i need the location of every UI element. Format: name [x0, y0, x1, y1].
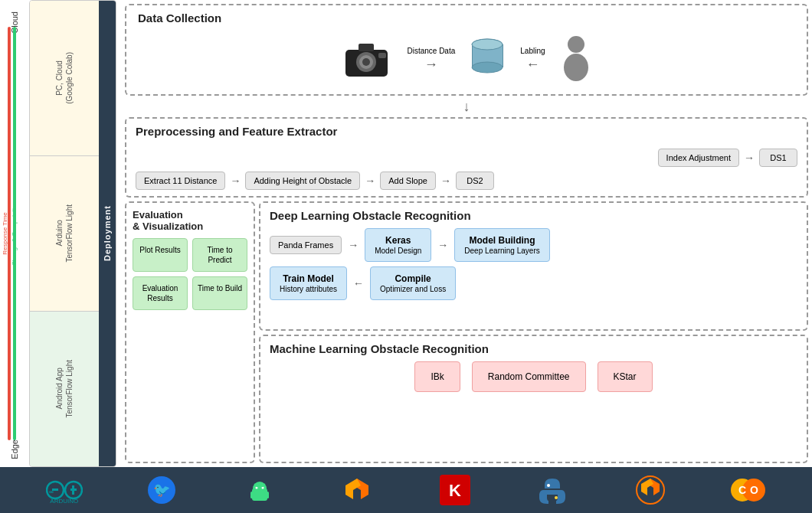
kstar-item: KStar — [598, 361, 653, 392]
svg-text:∞: ∞ — [49, 488, 54, 495]
preprocessing-section: Preprocessing and Feature Extractor Inde… — [125, 117, 808, 198]
svg-rect-10 — [503, 44, 503, 67]
arduino-label: ArduinoTensorFlow Light — [54, 204, 74, 263]
svg-marker-31 — [345, 479, 361, 499]
dl-row-1: Panda Frames → Keras Model Design → Mode… — [270, 228, 797, 262]
down-arrow-1: ↓ — [125, 100, 808, 113]
distance-data-arrow: Distance Data → — [407, 47, 455, 73]
svg-point-13 — [564, 54, 588, 81]
train-model-box: Train Model History attributes — [270, 266, 347, 300]
tensorflow-icon — [338, 475, 376, 505]
svg-rect-5 — [378, 53, 386, 58]
svg-point-12 — [568, 36, 584, 53]
colab-icon: C O — [729, 475, 767, 505]
bottom-toolbar: ∞ ARDUINO 🐦 K — [0, 467, 812, 513]
ml-content: IBk Random Committee KStar — [270, 361, 797, 392]
python-icon — [533, 475, 571, 505]
data-collection-title: Data Collection — [138, 11, 795, 25]
svg-point-34 — [547, 484, 550, 487]
arduino-icon: ∞ ARDUINO — [45, 475, 83, 505]
time-to-predict-item: Time to Predict — [192, 238, 247, 272]
svg-point-35 — [555, 496, 558, 499]
svg-text:C: C — [738, 484, 746, 496]
svg-text:O: O — [750, 484, 758, 496]
svg-rect-25 — [267, 492, 269, 498]
android-label: Android AppTensorFlow Light — [54, 360, 74, 418]
svg-rect-9 — [472, 44, 473, 67]
svg-point-8 — [472, 62, 503, 73]
index-adjustment-box: Index Adjustment — [658, 149, 739, 167]
wren-icon: 🐦 — [142, 475, 181, 505]
deep-learning-section: Deep Learning Obstacle Recognition Panda… — [259, 201, 808, 331]
dl-row-2: Train Model History attributes ← Compile… — [270, 266, 797, 300]
keras-box: Keras Model Design — [365, 228, 431, 262]
main-content: Data Collection Distance Data — [121, 0, 812, 467]
eval-grid: Plot Results Time to Predict Evaluation … — [133, 238, 247, 310]
extract-distance-box: Extract 11 Distance — [136, 172, 225, 190]
dc-content: Distance Data → Labling — [138, 31, 795, 88]
preprocessing-title: Preprocessing and Feature Extractor — [136, 125, 797, 138]
machine-learning-section: Machine Learning Obstacle Recognition IB… — [259, 335, 808, 464]
tensorflow2-icon — [631, 475, 670, 505]
svg-rect-1 — [359, 44, 374, 51]
svg-text:🐦: 🐦 — [153, 482, 171, 498]
svg-point-11 — [472, 39, 503, 50]
storage-label: Storage & Computation — [11, 201, 18, 265]
evaluation-section: Evaluation& Visualization Plot Results T… — [125, 201, 255, 463]
evaluation-results-item: Evaluation Results — [133, 276, 188, 310]
svg-point-4 — [362, 58, 370, 66]
plot-results-item: Plot Results — [133, 238, 188, 272]
deployment-label: Deployment — [99, 1, 116, 466]
proc-row-1: Index Adjustment → DS1 — [136, 149, 797, 167]
svg-rect-24 — [250, 492, 253, 498]
ml-title: Machine Learning Obstacle Recognition — [270, 342, 797, 355]
pc-cloud-label: PC, Cloud(Google Colab) — [54, 52, 74, 104]
response-time-label: Response Time — [2, 212, 8, 255]
pc-cloud-section: PC, Cloud(Google Colab) — [30, 1, 99, 156]
svg-rect-18 — [72, 485, 74, 495]
right-panels: Deep Learning Obstacle Recognition Panda… — [259, 201, 808, 463]
person-icon — [561, 35, 591, 84]
proc-row-2: Extract 11 Distance → Adding Height of O… — [136, 172, 797, 190]
edge-label: Edge — [10, 439, 19, 459]
ds2-box: DS2 — [456, 172, 494, 190]
data-collection-section: Data Collection Distance Data — [125, 4, 808, 96]
deployment-column: PC, Cloud(Google Colab) ArduinoTensorFlo… — [29, 0, 116, 467]
random-committee-item: Random Committee — [472, 361, 586, 392]
add-slope-box: Add Slope — [380, 172, 436, 190]
time-to-build-item: Time to Build — [192, 276, 247, 310]
svg-marker-38 — [641, 479, 653, 495]
evaluation-title: Evaluation& Visualization — [133, 209, 247, 232]
compile-box: Compile Optimizer and Loss — [370, 266, 456, 300]
dl-title: Deep Learning Obstacle Recognition — [270, 209, 797, 222]
labling-arrow: Labling ← — [520, 47, 545, 73]
android-section: Android AppTensorFlow Light — [30, 312, 99, 466]
svg-text:K: K — [449, 481, 461, 500]
bottom-half: Evaluation& Visualization Plot Results T… — [125, 201, 808, 463]
ds1-box: DS1 — [759, 149, 797, 167]
database-icon — [470, 37, 505, 82]
adding-height-box: Adding Height of Obstacle — [245, 172, 360, 190]
arduino-section: ArduinoTensorFlow Light — [30, 156, 99, 312]
model-building-box: Model Building Deep Learning Layers — [454, 228, 549, 262]
keras-icon: K — [436, 475, 474, 505]
left-labels: Cloud Response Time Storage & Computatio… — [0, 0, 29, 467]
ibk-item: IBk — [414, 361, 460, 392]
android-icon — [241, 475, 279, 505]
panda-frames-box: Panda Frames — [270, 236, 342, 254]
camera-icon — [342, 41, 391, 79]
